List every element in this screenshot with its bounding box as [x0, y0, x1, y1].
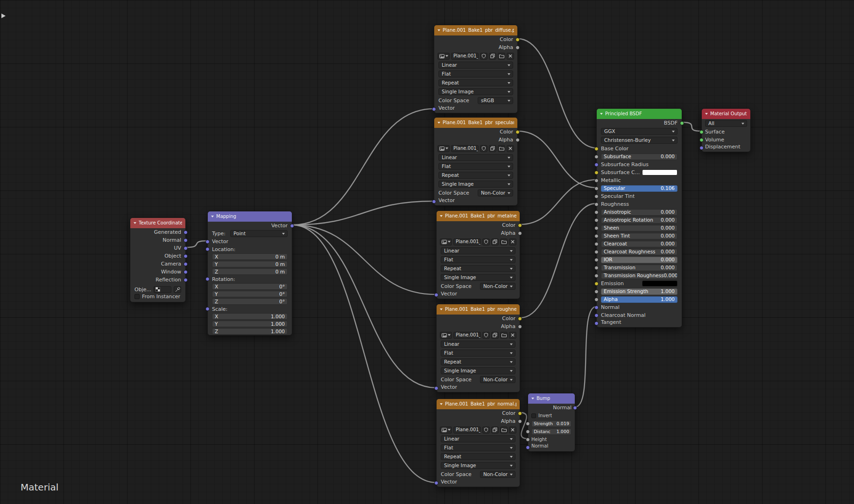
- socket-rotation-input[interactable]: [205, 277, 210, 281]
- fake-user-button[interactable]: [480, 145, 487, 152]
- socket-height-input[interactable]: [526, 437, 530, 441]
- socket-specular[interactable]: [594, 186, 599, 190]
- collapse-arrow-icon[interactable]: [440, 215, 443, 217]
- image-browse-button[interactable]: [440, 427, 452, 434]
- socket-camera-output[interactable]: [184, 262, 188, 266]
- alpha-slider[interactable]: Alpha 1.000: [601, 296, 678, 303]
- emission-color-swatch[interactable]: [642, 280, 678, 287]
- new-image-button[interactable]: [491, 238, 499, 245]
- socket-generated-output[interactable]: [184, 230, 188, 234]
- extension-select[interactable]: Repeat: [438, 79, 513, 86]
- socket-color-output[interactable]: [518, 223, 522, 227]
- scale-x-field[interactable]: X 1.000: [212, 313, 288, 320]
- socket-vector-input[interactable]: [205, 239, 210, 244]
- open-image-button[interactable]: [500, 427, 508, 434]
- fake-user-button[interactable]: [482, 238, 490, 245]
- interpolation-select[interactable]: Linear: [441, 341, 515, 348]
- socket-clearcoat[interactable]: [594, 242, 599, 246]
- socket-vector-input[interactable]: [432, 107, 436, 111]
- node-mapping[interactable]: Mapping Vector Type: Point Vector Locati…: [207, 211, 292, 336]
- image-browse-button[interactable]: [438, 145, 450, 152]
- socket-ior[interactable]: [594, 258, 599, 262]
- socket-scale-input[interactable]: [205, 307, 210, 311]
- new-image-button[interactable]: [489, 145, 496, 152]
- projection-select[interactable]: Flat: [438, 163, 513, 170]
- clearcoat-roughness-slider[interactable]: Clearcoat Roughness 0.000: [601, 249, 678, 255]
- collapse-arrow-icon[interactable]: [705, 113, 708, 115]
- scale-y-field[interactable]: Y 1.000: [212, 321, 288, 327]
- socket-subsurface[interactable]: [594, 154, 599, 159]
- open-image-button[interactable]: [500, 238, 508, 245]
- anisotropic-slider[interactable]: Anisotropic 0.000: [601, 209, 678, 216]
- rotation-z-field[interactable]: Z 0°: [212, 298, 288, 305]
- socket-normal-input[interactable]: [526, 445, 530, 449]
- color-space-select[interactable]: Non-Color: [480, 376, 515, 383]
- subsurface-slider[interactable]: Subsurface 0.000: [601, 154, 678, 160]
- image-browse-button[interactable]: [438, 53, 450, 60]
- collapse-arrow-icon[interactable]: [438, 122, 440, 124]
- color-space-select[interactable]: Non-Color: [480, 283, 515, 290]
- sheen-slider[interactable]: Sheen 0.000: [601, 225, 678, 231]
- distance-slider[interactable]: Distanc 1.000: [531, 428, 572, 435]
- socket-color-output[interactable]: [518, 411, 522, 415]
- socket-sheen-tint[interactable]: [594, 234, 599, 238]
- subsurface-method-select[interactable]: Christensen-Burley: [601, 137, 678, 144]
- socket-emission-strength[interactable]: [594, 289, 599, 294]
- socket-color-output[interactable]: [518, 316, 522, 321]
- transmission-roughness-slider[interactable]: Transmission Roughness 0.000: [601, 273, 678, 279]
- socket-alpha-output[interactable]: [518, 419, 522, 423]
- socket-clearcoat-normal[interactable]: [594, 313, 599, 317]
- source-select[interactable]: Single Image: [441, 367, 515, 374]
- open-image-button[interactable]: [500, 332, 508, 339]
- color-space-select[interactable]: Non-Color: [480, 471, 515, 478]
- socket-sheen[interactable]: [594, 226, 599, 230]
- source-select[interactable]: Single Image: [441, 274, 515, 281]
- socket-anisotropic[interactable]: [594, 210, 599, 214]
- scale-z-field[interactable]: Z 1.000: [212, 328, 288, 335]
- image-name-field[interactable]: Plane.001_Bake...: [453, 332, 481, 339]
- socket-alpha-output[interactable]: [515, 138, 520, 142]
- extension-select[interactable]: Repeat: [441, 453, 515, 460]
- collapse-arrow-icon[interactable]: [440, 403, 443, 405]
- strength-slider[interactable]: Strength 0.019: [531, 420, 572, 427]
- socket-transmission-roughness[interactable]: [594, 273, 599, 278]
- fake-user-button[interactable]: [482, 332, 490, 339]
- socket-location-input[interactable]: [205, 247, 210, 252]
- invert-checkbox[interactable]: [531, 413, 536, 418]
- source-select[interactable]: Single Image: [438, 88, 513, 95]
- specular-slider[interactable]: Specular 0.106: [601, 185, 678, 192]
- source-select[interactable]: Single Image: [441, 462, 515, 469]
- node-header[interactable]: Bump: [528, 393, 575, 404]
- node-header[interactable]: Material Output: [702, 109, 750, 119]
- extension-select[interactable]: Repeat: [441, 265, 515, 272]
- open-image-button[interactable]: [498, 53, 505, 60]
- node-header[interactable]: Mapping: [208, 211, 292, 222]
- socket-alpha[interactable]: [594, 297, 599, 301]
- socket-subsurface-color[interactable]: [594, 170, 599, 175]
- socket-vector-input[interactable]: [432, 199, 436, 203]
- color-space-select[interactable]: Non-Color: [478, 189, 513, 196]
- distribution-select[interactable]: GGX: [601, 128, 678, 135]
- socket-clearcoat-roughness[interactable]: [594, 250, 599, 254]
- unlink-image-button[interactable]: [507, 145, 514, 152]
- socket-surface-input[interactable]: [699, 130, 704, 134]
- clearcoat-slider[interactable]: Clearcoat 0.000: [601, 241, 678, 247]
- new-image-button[interactable]: [491, 332, 499, 339]
- node-header[interactable]: Plane.001_Bake1_pbr_roughness.png: [437, 304, 520, 315]
- socket-specular-tint[interactable]: [594, 194, 599, 198]
- image-name-field[interactable]: Plane.001_Bake...: [453, 427, 481, 434]
- node-image-texture-roughness[interactable]: Plane.001_Bake1_pbr_roughness.png Color …: [436, 304, 520, 392]
- socket-alpha-output[interactable]: [515, 45, 520, 49]
- node-image-texture-diffuse[interactable]: Plane.001_Bake1_pbr_diffuse.png Color Al…: [434, 25, 518, 113]
- socket-distance-input[interactable]: [526, 429, 530, 434]
- node-header[interactable]: Plane.001_Bake1_pbr_diffuse.png: [434, 25, 517, 35]
- rotation-x-field[interactable]: X 0°: [212, 283, 288, 290]
- socket-tangent[interactable]: [594, 321, 599, 325]
- node-header[interactable]: Plane.001_Bake1_pbr_specular.png: [434, 118, 517, 128]
- unlink-image-button[interactable]: [509, 427, 516, 434]
- collapse-arrow-icon[interactable]: [440, 308, 443, 310]
- transmission-slider[interactable]: Transmission 0.000: [601, 265, 678, 271]
- socket-emission[interactable]: [594, 281, 599, 286]
- extension-select[interactable]: Repeat: [438, 172, 513, 179]
- socket-reflection-output[interactable]: [184, 278, 188, 282]
